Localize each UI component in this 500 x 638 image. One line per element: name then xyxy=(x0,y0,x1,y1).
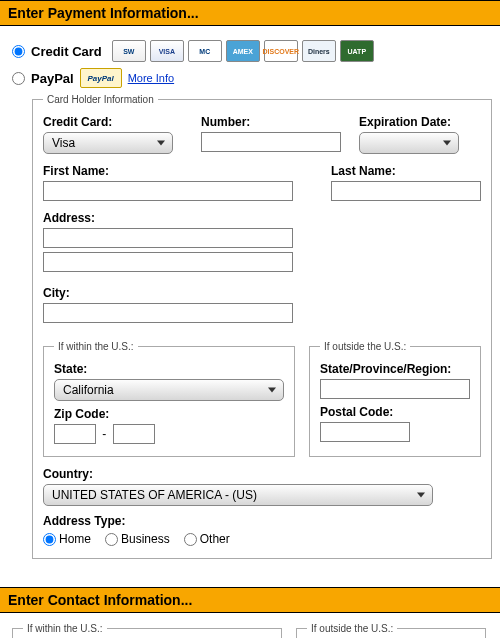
city-label: City: xyxy=(43,286,481,300)
last-name-input[interactable] xyxy=(331,181,481,201)
zip-label: Zip Code: xyxy=(54,407,284,421)
address-type-other-radio[interactable] xyxy=(184,533,197,546)
zip1-input[interactable] xyxy=(54,424,96,444)
cardholder-legend: Card Holder Information xyxy=(43,94,158,105)
last-name-label: Last Name: xyxy=(331,164,481,178)
zip-dash: - xyxy=(99,427,109,441)
postal-label: Postal Code: xyxy=(320,405,470,419)
country-label: Country: xyxy=(43,467,481,481)
contact-intl-legend: If outside the U.S.: xyxy=(307,623,397,634)
state-label: State: xyxy=(54,362,284,376)
postal-input[interactable] xyxy=(320,422,410,442)
address-type-home-label: Home xyxy=(59,532,91,546)
credit-card-label: Credit Card xyxy=(31,44,102,59)
address-line2-input[interactable] xyxy=(43,252,293,272)
address-label: Address: xyxy=(43,211,481,225)
card-diners-icon: Diners xyxy=(302,40,336,62)
zip2-input[interactable] xyxy=(113,424,155,444)
country-select[interactable]: UNITED STATES OF AMERICA - (US) xyxy=(43,484,433,506)
credit-card-radio[interactable] xyxy=(12,45,25,58)
card-amex-icon: AMEX xyxy=(226,40,260,62)
city-input[interactable] xyxy=(43,303,293,323)
card-mastercard-icon: MC xyxy=(188,40,222,62)
state-select[interactable]: California xyxy=(54,379,284,401)
address-type-label: Address Type: xyxy=(43,514,481,528)
contact-header: Enter Contact Information... xyxy=(0,587,500,613)
more-info-link[interactable]: More Info xyxy=(128,72,174,84)
credit-card-type-select[interactable]: Visa xyxy=(43,132,173,154)
region-input[interactable] xyxy=(320,379,470,399)
address-type-business-radio[interactable] xyxy=(105,533,118,546)
contact-us-legend: If within the U.S.: xyxy=(23,623,107,634)
expiration-label: Expiration Date: xyxy=(359,115,479,129)
us-legend: If within the U.S.: xyxy=(54,341,138,352)
paypal-label: PayPal xyxy=(31,71,74,86)
payment-header: Enter Payment Information... xyxy=(0,0,500,26)
paypal-radio[interactable] xyxy=(12,72,25,85)
card-badge-strip: SW VISA MC AMEX DISCOVER Diners UATP xyxy=(112,40,374,62)
address-line1-input[interactable] xyxy=(43,228,293,248)
card-number-label: Number: xyxy=(201,115,341,129)
card-visa-icon: VISA xyxy=(150,40,184,62)
paypal-icon: PayPal xyxy=(80,68,122,88)
card-uatp-icon: UATP xyxy=(340,40,374,62)
address-type-other-label: Other xyxy=(200,532,230,546)
address-type-business-label: Business xyxy=(121,532,170,546)
card-number-input[interactable] xyxy=(201,132,341,152)
expiration-month-select[interactable] xyxy=(359,132,459,154)
credit-card-type-label: Credit Card: xyxy=(43,115,183,129)
intl-legend: If outside the U.S.: xyxy=(320,341,410,352)
first-name-input[interactable] xyxy=(43,181,293,201)
card-sw-icon: SW xyxy=(112,40,146,62)
address-type-home-radio[interactable] xyxy=(43,533,56,546)
card-discover-icon: DISCOVER xyxy=(264,40,298,62)
region-label: State/Province/Region: xyxy=(320,362,470,376)
first-name-label: First Name: xyxy=(43,164,313,178)
